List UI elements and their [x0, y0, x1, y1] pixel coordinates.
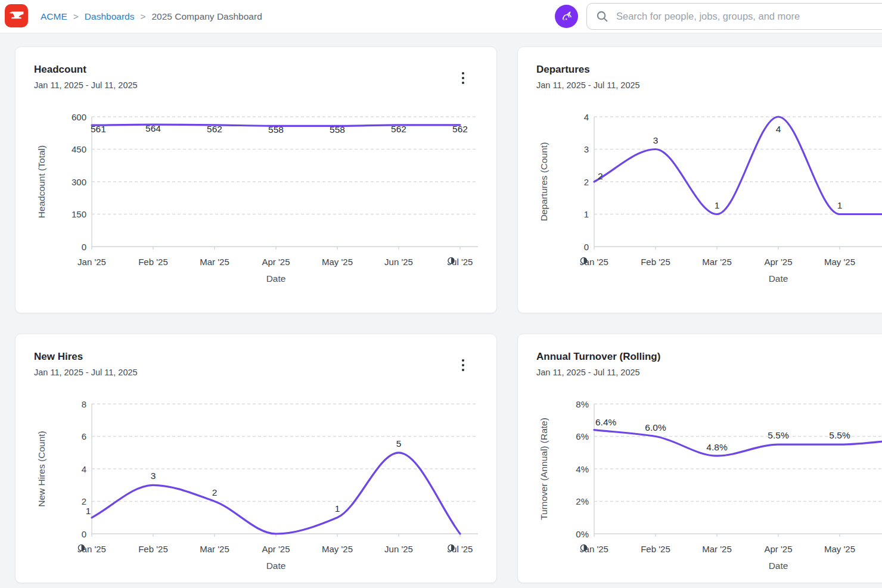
point-label: 564 [145, 123, 161, 133]
rabbit-sparkles-icon [559, 9, 574, 24]
point-label: 561 [91, 124, 106, 134]
partial-month-icon [77, 544, 85, 552]
x-tick-label: Mar '25 [702, 544, 732, 555]
x-tick-label: Jan '25 [77, 544, 106, 555]
search-icon [595, 10, 609, 23]
point-label: 562 [452, 124, 468, 134]
y-tick-label: 3 [584, 144, 589, 154]
x-tick-label: Jul '25 [448, 544, 473, 555]
x-tick-text: May '25 [322, 544, 353, 555]
partial-month-icon [580, 257, 588, 265]
card-date-range: Jan 11, 2025 - Jul 11, 2025 [34, 80, 138, 90]
point-label: 558 [330, 125, 345, 135]
y-tick-label: 150 [72, 209, 86, 219]
y-tick-label: 0 [82, 529, 86, 539]
y-tick-label: 6 [82, 431, 86, 441]
y-tick-label: 0 [584, 242, 589, 252]
x-tick-label: Mar '25 [200, 257, 229, 267]
partial-month-icon [448, 544, 455, 552]
x-tick-text: Mar '25 [200, 544, 229, 555]
x-tick-label: Feb '25 [138, 257, 168, 267]
x-tick-label: Apr '25 [764, 544, 792, 555]
point-label: 3 [653, 135, 659, 145]
kebab-icon [455, 357, 471, 374]
card-menu-button[interactable] [455, 70, 471, 86]
y-tick-label: 2% [576, 496, 589, 506]
assistant-button[interactable] [555, 5, 578, 28]
x-tick-label: Mar '25 [702, 257, 732, 267]
x-tick-text: Apr '25 [764, 544, 792, 555]
y-tick-label: 2 [82, 496, 86, 506]
y-tick-label: 0 [82, 242, 86, 252]
point-label: 1 [837, 200, 843, 210]
x-tick-label: Jun '25 [384, 544, 413, 555]
x-tick-label: May '25 [824, 257, 855, 267]
x-tick-text: Mar '25 [702, 544, 732, 555]
breadcrumb-separator: > [140, 11, 145, 22]
x-tick-text: Jan '25 [77, 257, 106, 267]
point-label: 5.5% [829, 430, 850, 440]
x-tick-text: Mar '25 [702, 257, 732, 267]
x-tick-label: May '25 [824, 544, 855, 555]
point-label: 562 [391, 124, 406, 134]
x-axis-title: Date [266, 273, 286, 285]
x-tick-text: May '25 [824, 544, 855, 555]
x-tick-text: May '25 [824, 257, 855, 267]
point-label: 6.0% [645, 422, 666, 433]
card-menu-button[interactable] [455, 357, 471, 374]
y-axis-title: Departures (Count) [538, 92, 550, 271]
partial-month-icon [448, 257, 455, 265]
breadcrumb-item[interactable]: ACME [41, 11, 67, 22]
point-label: 1 [86, 506, 91, 516]
point-label: 5 [396, 438, 402, 449]
new-hires-card: 0246813215Jan '25Feb '25Mar '25Apr '25Ma… [15, 334, 497, 583]
dashboard-page: ACME>Dashboards>2025 Company Dashboard [0, 0, 882, 588]
x-tick-text: Jun '25 [384, 257, 413, 267]
y-tick-label: 300 [72, 177, 86, 187]
point-label: 562 [207, 124, 222, 134]
y-tick-label: 4% [576, 464, 589, 474]
x-tick-text: Feb '25 [641, 544, 670, 555]
x-tick-label: Apr '25 [764, 257, 792, 267]
kebab-icon [455, 70, 471, 86]
x-tick-label: Jul '25 [448, 257, 473, 267]
departures-card: 0123423141Jan '25Feb '25Mar '25Apr '25Ma… [517, 46, 882, 313]
x-tick-label: Jan '25 [77, 257, 106, 267]
point-label: 4.8% [706, 442, 728, 452]
x-tick-label: Feb '25 [641, 257, 670, 267]
card-date-range: Jan 11, 2025 - Jul 11, 2025 [34, 368, 138, 377]
anvil-icon [8, 8, 24, 24]
y-tick-label: 4 [584, 112, 589, 122]
card-date-range: Jan 11, 2025 - Jul 11, 2025 [536, 368, 640, 377]
x-tick-text: Apr '25 [262, 257, 290, 267]
x-tick-label: May '25 [322, 257, 353, 267]
y-axis-title: New Hires (Count) [36, 379, 48, 558]
x-tick-text: Mar '25 [200, 257, 229, 267]
x-axis-title: Date [769, 273, 788, 285]
y-tick-label: 8% [576, 399, 589, 409]
y-axis-title: Headcount (Total) [36, 92, 48, 271]
y-tick-label: 4 [82, 464, 86, 474]
x-tick-label: Apr '25 [262, 257, 290, 267]
headcount-card: 0150300450600561564562558558562562Jan '2… [15, 46, 497, 313]
acme-logo-button[interactable] [5, 4, 28, 27]
point-label: 4 [776, 124, 781, 134]
card-title: Departures [536, 64, 590, 76]
search-input[interactable] [615, 10, 882, 23]
x-tick-text: Feb '25 [641, 257, 670, 267]
breadcrumb-item[interactable]: Dashboards [85, 11, 135, 22]
top-bar: ACME>Dashboards>2025 Company Dashboard [0, 0, 882, 33]
x-tick-label: May '25 [322, 544, 353, 555]
partial-month-icon [580, 544, 588, 552]
point-label: 5.5% [768, 430, 789, 440]
breadcrumb-item: 2025 Company Dashboard [152, 11, 262, 22]
point-label: 1 [715, 200, 720, 210]
x-tick-text: Apr '25 [764, 257, 792, 267]
point-label: 558 [268, 125, 284, 135]
x-tick-label: Feb '25 [641, 544, 670, 555]
y-tick-label: 8 [82, 399, 86, 409]
x-tick-label: Apr '25 [262, 544, 290, 555]
card-title: New Hires [34, 351, 83, 363]
point-label: 3 [151, 471, 156, 481]
series-line [92, 453, 460, 534]
